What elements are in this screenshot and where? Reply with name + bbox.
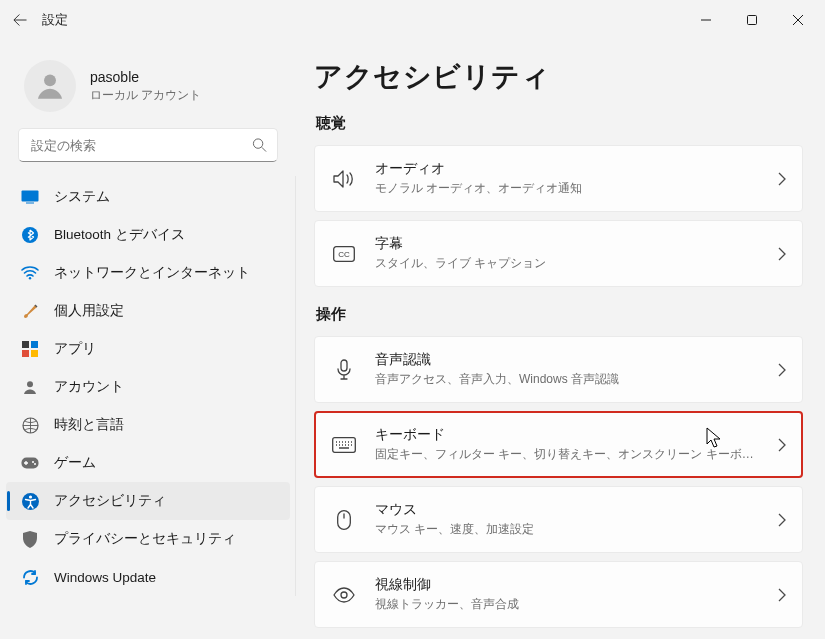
nav-item-apps[interactable]: アプリ — [6, 330, 290, 368]
card-speech[interactable]: 音声認識 音声アクセス、音声入力、Windows 音声認識 — [314, 336, 803, 403]
search-icon — [252, 138, 267, 153]
card-subtitle: スタイル、ライブ キャプション — [375, 255, 760, 272]
section-label-hearing: 聴覚 — [316, 114, 803, 133]
nav-label: 個人用設定 — [54, 302, 124, 320]
svg-point-23 — [341, 592, 347, 598]
account-icon — [20, 377, 40, 397]
nav-label: ゲーム — [54, 454, 96, 472]
account-type: ローカル アカウント — [90, 87, 201, 104]
svg-point-2 — [253, 139, 262, 148]
arrow-left-icon — [13, 13, 27, 27]
svg-point-11 — [27, 381, 33, 387]
nav-item-windows-update[interactable]: Windows Update — [6, 558, 290, 596]
card-subtitle: モノラル オーディオ、オーディオ通知 — [375, 180, 760, 197]
card-captions[interactable]: CC 字幕 スタイル、ライブ キャプション — [314, 220, 803, 287]
svg-point-1 — [44, 74, 56, 86]
card-audio[interactable]: オーディオ モノラル オーディオ、オーディオ通知 — [314, 145, 803, 212]
search-box[interactable] — [18, 128, 278, 162]
nav-label: アプリ — [54, 340, 96, 358]
display-icon — [20, 187, 40, 207]
nav-item-accessibility[interactable]: アクセシビリティ — [6, 482, 290, 520]
nav-label: システム — [54, 188, 110, 206]
nav-item-system[interactable]: システム — [6, 178, 290, 216]
card-mouse[interactable]: マウス マウス キー、速度、加速設定 — [314, 486, 803, 553]
nav-label: アクセシビリティ — [54, 492, 166, 510]
eye-icon — [331, 587, 357, 603]
nav-item-time-language[interactable]: 時刻と言語 — [6, 406, 290, 444]
account-block[interactable]: pasoble ローカル アカウント — [0, 52, 296, 128]
svg-rect-3 — [22, 191, 39, 202]
svg-rect-10 — [31, 350, 38, 357]
window-title: 設定 — [42, 12, 68, 29]
cc-icon: CC — [331, 246, 357, 262]
card-subtitle: マウス キー、速度、加速設定 — [375, 521, 760, 538]
page-title: アクセシビリティ — [314, 58, 803, 96]
nav-label: アカウント — [54, 378, 124, 396]
svg-point-15 — [34, 463, 36, 465]
svg-point-6 — [29, 277, 31, 279]
main-content: アクセシビリティ 聴覚 オーディオ モノラル オーディオ、オーディオ通知 CC … — [296, 40, 825, 639]
nav-item-gaming[interactable]: ゲーム — [6, 444, 290, 482]
nav-item-privacy[interactable]: プライバシーとセキュリティ — [6, 520, 290, 558]
avatar — [24, 60, 76, 112]
nav-label: Bluetooth とデバイス — [54, 226, 185, 244]
card-title: 視線制御 — [375, 576, 760, 594]
nav-label: ネットワークとインターネット — [54, 264, 250, 282]
card-subtitle: 視線トラッカー、音声合成 — [375, 596, 760, 613]
minimize-button[interactable] — [683, 4, 729, 36]
shield-icon — [20, 529, 40, 549]
nav-item-bluetooth[interactable]: Bluetooth とデバイス — [6, 216, 290, 254]
chevron-right-icon — [778, 513, 786, 527]
card-title: マウス — [375, 501, 760, 519]
card-title: キーボード — [375, 426, 760, 444]
back-button[interactable] — [4, 4, 36, 36]
nav-item-personalization[interactable]: 個人用設定 — [6, 292, 290, 330]
section-label-interaction: 操作 — [316, 305, 803, 324]
close-icon — [793, 15, 803, 25]
titlebar: 設定 — [0, 0, 825, 40]
chevron-right-icon — [778, 438, 786, 452]
svg-rect-0 — [748, 16, 757, 25]
svg-point-17 — [28, 495, 31, 498]
nav-label: 時刻と言語 — [54, 416, 124, 434]
keyboard-icon — [331, 437, 357, 453]
svg-text:CC: CC — [338, 250, 350, 259]
globe-clock-icon — [20, 415, 40, 435]
nav-list: システム Bluetooth とデバイス ネットワークとインターネット 個人用設… — [0, 172, 296, 596]
chevron-right-icon — [778, 247, 786, 261]
card-title: 音声認識 — [375, 351, 760, 369]
wifi-icon — [20, 263, 40, 283]
card-subtitle: 音声アクセス、音声入力、Windows 音声認識 — [375, 371, 760, 388]
svg-rect-8 — [31, 341, 38, 348]
maximize-icon — [747, 15, 757, 25]
card-title: 字幕 — [375, 235, 760, 253]
card-subtitle: 固定キー、フィルター キー、切り替えキー、オンスクリーン キーボード — [375, 446, 760, 463]
search-input[interactable] — [31, 138, 243, 153]
card-title: オーディオ — [375, 160, 760, 178]
paintbrush-icon — [20, 301, 40, 321]
microphone-icon — [331, 359, 357, 381]
close-button[interactable] — [775, 4, 821, 36]
bluetooth-icon — [20, 225, 40, 245]
settings-window: 設定 pasoble ローカル アカウント — [0, 0, 825, 639]
svg-rect-20 — [341, 360, 347, 371]
card-eye-control[interactable]: 視線制御 視線トラッカー、音声合成 — [314, 561, 803, 628]
nav-item-accounts[interactable]: アカウント — [6, 368, 290, 406]
sidebar: pasoble ローカル アカウント システム — [0, 40, 296, 639]
svg-point-14 — [32, 461, 34, 463]
mouse-icon — [331, 510, 357, 530]
chevron-right-icon — [778, 172, 786, 186]
gamepad-icon — [20, 453, 40, 473]
maximize-button[interactable] — [729, 4, 775, 36]
nav-label: プライバシーとセキュリティ — [54, 530, 236, 548]
update-icon — [20, 567, 40, 587]
chevron-right-icon — [778, 588, 786, 602]
nav-item-network[interactable]: ネットワークとインターネット — [6, 254, 290, 292]
chevron-right-icon — [778, 363, 786, 377]
svg-rect-7 — [22, 341, 29, 348]
user-icon — [33, 69, 67, 103]
apps-icon — [20, 339, 40, 359]
accessibility-icon — [20, 491, 40, 511]
card-keyboard[interactable]: キーボード 固定キー、フィルター キー、切り替えキー、オンスクリーン キーボード — [314, 411, 803, 478]
account-name: pasoble — [90, 69, 201, 85]
